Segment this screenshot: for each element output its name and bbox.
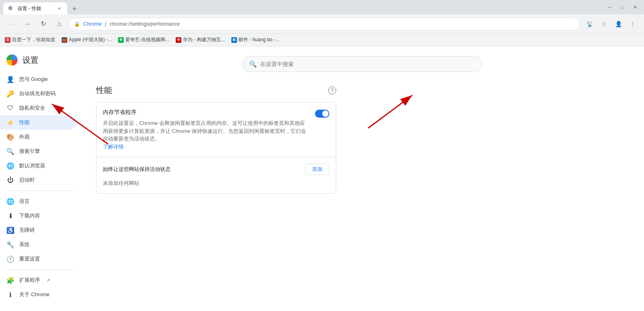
sidebar-item-performance[interactable]: ⚡ 性能 <box>0 115 77 130</box>
memory-saver-toggle[interactable] <box>315 110 329 118</box>
performance-card: 内存节省程序 开启此设置后，Chrome 会释放闲置标签页占用的内存。这可让使用… <box>96 102 336 194</box>
bookmark-mail[interactable]: 邮 邮件 - huang bo -... <box>231 36 279 43</box>
sidebar-item-system[interactable]: 🔧 系统 <box>0 237 77 252</box>
sidebar-item-appearance[interactable]: 🎨 外观 <box>0 130 77 144</box>
bookmark-baidu-label: 百度一下，你就知道 <box>12 36 55 43</box>
memory-saver-text-block: 内存节省程序 开启此设置后，Chrome 会释放闲置标签页占用的内存。这可让使用… <box>103 109 309 150</box>
sidebar-item-startup[interactable]: ⏻ 启动时 <box>0 173 77 187</box>
home-button[interactable]: ⌂ <box>53 18 66 30</box>
search-box[interactable]: 🔍 <box>242 56 482 72</box>
memory-saver-description: 开启此设置后，Chrome 会释放闲置标签页占用的内存。这可让使用中的标签页和其… <box>103 119 309 150</box>
bookmark-mail-favicon: 邮 <box>231 37 237 43</box>
forward-button[interactable]: → <box>21 18 34 30</box>
bookmark-mail-label: 邮件 - huang bo -... <box>239 36 279 43</box>
sidebar-item-performance-label: 性能 <box>19 119 30 126</box>
refresh-button[interactable]: ↻ <box>37 18 50 30</box>
sidebar-item-privacy-label: 隐私和安全 <box>19 104 45 112</box>
restore-button[interactable]: □ <box>617 2 628 13</box>
memory-saver-desc-text: 开启此设置后，Chrome 会释放闲置标签页占用的内存。这可让使用中的标签页和其… <box>103 120 306 142</box>
profile-button[interactable]: 👤 <box>612 18 625 30</box>
bookmark-apple-label: Apple (中国大陆) -... <box>69 36 112 43</box>
no-sites-text: 未添加任何网站 <box>103 180 329 187</box>
puzzle-icon: 🧩 <box>6 276 14 284</box>
accessibility-icon: ♿ <box>6 226 14 234</box>
bookmark-iqiyi-label: 爱奇艺-在线视频网... <box>125 36 169 43</box>
search-nav-icon: 🔍 <box>6 147 14 155</box>
section-title: 性能 <box>96 85 112 96</box>
main-content: 设置 👤 您与 Google 🔑 自动填充和密码 🛡 隐私和安全 ⚡ 性能 🎨 … <box>0 46 644 311</box>
sidebar-item-autofill-label: 自动填充和密码 <box>19 90 56 97</box>
lock-icon: 🔒 <box>74 21 80 27</box>
tab-title: 设置 - 性能 <box>18 5 53 12</box>
address-separator: | <box>105 21 106 27</box>
sidebar-item-language[interactable]: 🌐 语言 <box>0 194 77 209</box>
sidebar-item-about-label: 关于 Chrome <box>19 291 50 298</box>
active-sites-section: 始终让这些网站保持活动状态 添加 未添加任何网站 <box>96 157 336 193</box>
bookmark-apple-favicon: 🍎 <box>62 37 67 43</box>
sidebar-item-privacy[interactable]: 🛡 隐私和安全 <box>0 101 77 115</box>
cast-button[interactable]: 📡 <box>583 18 596 30</box>
sidebar-item-extensions-label: 扩展程序 <box>19 277 40 284</box>
browser-icon: 🌐 <box>6 162 14 170</box>
bookmark-button[interactable]: ☆ <box>598 18 610 30</box>
sidebar: 设置 👤 您与 Google 🔑 自动填充和密码 🛡 隐私和安全 ⚡ 性能 🎨 … <box>0 46 80 311</box>
search-input[interactable] <box>260 61 475 67</box>
bookmark-iqiyi[interactable]: 奇 爱奇艺-在线视频网... <box>118 36 169 43</box>
close-button[interactable]: ✕ <box>630 2 641 13</box>
bookmark-huawei[interactable]: 华 华为 - 构建万物互... <box>176 36 225 43</box>
menu-button[interactable]: ⋮ <box>626 18 639 30</box>
sidebar-item-browser-label: 默认浏览器 <box>19 162 45 169</box>
performance-icon: ⚡ <box>6 118 14 126</box>
shield-icon: 🛡 <box>6 104 14 112</box>
minimize-button[interactable]: ─ <box>604 2 615 13</box>
bookmark-baidu[interactable]: 百 百度一下，你就知道 <box>5 36 55 43</box>
sidebar-item-search[interactable]: 🔍 搜索引擎 <box>0 144 77 159</box>
sidebar-item-language-label: 语言 <box>19 198 30 205</box>
address-bar[interactable]: 🔒 Chrome | chrome://settings/performance <box>69 18 580 30</box>
bookmark-huawei-favicon: 华 <box>176 37 181 43</box>
sidebar-divider-1 <box>6 191 74 191</box>
bookmark-apple[interactable]: 🍎 Apple (中国大陆) -... <box>62 36 112 43</box>
new-tab-button[interactable]: + <box>69 3 80 14</box>
sidebar-item-reset-label: 重置设置 <box>19 255 40 263</box>
toolbar-actions: 📡 ☆ 👤 ⋮ <box>583 18 639 30</box>
sidebar-title: 设置 <box>22 55 38 66</box>
back-button[interactable]: ← <box>5 18 18 30</box>
sidebar-item-browser[interactable]: 🌐 默认浏览器 <box>0 159 77 173</box>
memory-saver-title: 内存节省程序 <box>103 109 309 116</box>
tab-close-button[interactable]: ✕ <box>56 5 62 12</box>
section-header: 性能 ? <box>96 85 336 96</box>
svg-line-3 <box>368 95 412 128</box>
chrome-logo <box>6 54 18 66</box>
power-icon: ⏻ <box>6 176 14 184</box>
window-controls: ─ □ ✕ <box>604 2 641 13</box>
sidebar-item-accessibility-label: 无障碍 <box>19 227 35 234</box>
active-tab[interactable]: ⚙ 设置 - 性能 ✕ <box>3 2 67 14</box>
bookmark-iqiyi-favicon: 奇 <box>118 37 124 43</box>
sidebar-item-downloads[interactable]: ⬇ 下载内容 <box>0 209 77 223</box>
content-area: 🔍 性能 ? 内存节省程序 开启此设置后，Chrome 会释放闲 <box>80 46 644 311</box>
add-site-button[interactable]: 添加 <box>305 164 329 175</box>
toolbar: ← → ↻ ⌂ 🔒 Chrome | chrome://settings/per… <box>0 14 644 34</box>
memory-saver-section: 内存节省程序 开启此设置后，Chrome 会释放闲置标签页占用的内存。这可让使用… <box>96 102 336 157</box>
tab-area: ⚙ 设置 - 性能 ✕ + <box>3 0 604 14</box>
wrench-icon: 🔧 <box>6 241 14 249</box>
bookmarks-bar: 百 百度一下，你就知道 🍎 Apple (中国大陆) -... 奇 爱奇艺-在线… <box>0 34 644 46</box>
sidebar-item-accessibility[interactable]: ♿ 无障碍 <box>0 223 77 237</box>
memory-saver-link[interactable]: 了解详情 <box>103 144 124 150</box>
search-icon: 🔍 <box>249 60 257 68</box>
bookmark-baidu-favicon: 百 <box>5 37 10 43</box>
sidebar-item-downloads-label: 下载内容 <box>19 212 40 219</box>
search-box-container: 🔍 <box>242 56 482 72</box>
help-icon[interactable]: ? <box>328 86 336 94</box>
sidebar-item-google[interactable]: 👤 您与 Google <box>0 72 77 86</box>
external-link-icon: ↗ <box>46 278 50 283</box>
sidebar-item-extensions[interactable]: 🧩 扩展程序 ↗ <box>0 273 77 287</box>
sidebar-item-autofill[interactable]: 🔑 自动填充和密码 <box>0 86 77 101</box>
info-icon: ℹ <box>6 291 14 299</box>
toggle-slider <box>315 110 329 118</box>
sidebar-item-appearance-label: 外观 <box>19 133 30 140</box>
sidebar-item-about[interactable]: ℹ 关于 Chrome <box>0 287 77 302</box>
person-icon: 👤 <box>6 75 14 83</box>
sidebar-item-reset[interactable]: 🕐 重置设置 <box>0 252 77 266</box>
